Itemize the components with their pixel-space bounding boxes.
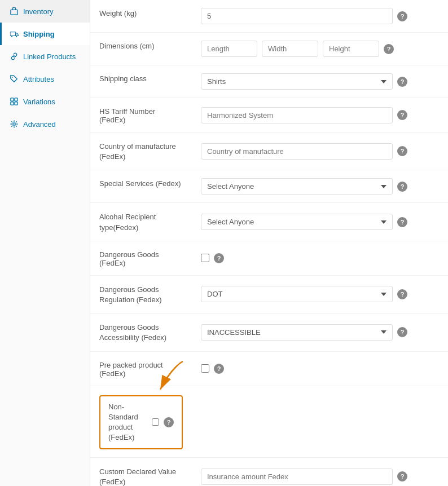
alcohol-help-icon[interactable]: ? xyxy=(397,217,407,227)
special-services-row: Special Services (Fedex) Select Anyone ? xyxy=(90,170,448,203)
country-field-row: ? xyxy=(201,143,439,160)
non-standard-checkbox[interactable] xyxy=(152,418,159,426)
dangerous-goods-field-col: ? xyxy=(192,241,448,275)
shipping-class-row: Shipping class Shirts ? xyxy=(90,65,448,98)
custom-declared-field-col: ? xyxy=(192,458,448,486)
main-content: Weight (kg) ? Dimensions (cm) xyxy=(90,0,448,486)
hs-tariff-label: HS Tariff Number (FedEx) xyxy=(90,98,192,132)
box-icon xyxy=(10,7,19,16)
country-label: Country of manufacture (FedEx) xyxy=(90,132,192,170)
country-help-icon[interactable]: ? xyxy=(397,146,407,156)
shipping-class-field-col: Shirts ? xyxy=(192,65,448,98)
sidebar-item-attributes[interactable]: Attributes xyxy=(0,68,90,90)
svg-point-3 xyxy=(16,36,17,37)
dg-accessibility-select[interactable]: INACCESSIBLE ACCESSIBLE xyxy=(201,324,393,341)
pre-packed-field-col: ? xyxy=(192,351,448,386)
link-icon xyxy=(10,52,19,61)
non-standard-label: Non-Standard product (FedEx) xyxy=(108,402,147,443)
weight-help-icon[interactable]: ? xyxy=(397,11,407,21)
alcohol-label: Alcohal Recipient type(Fedex) xyxy=(90,203,192,241)
dg-accessibility-label: Dangerous Goods Accessibility (Fedex) xyxy=(90,313,192,351)
sidebar-item-variations-label: Variations xyxy=(23,98,55,106)
dangerous-goods-field-row: ? xyxy=(201,253,439,263)
country-row: Country of manufacture (FedEx) ? xyxy=(90,132,448,170)
shipping-class-help-icon[interactable]: ? xyxy=(397,77,407,87)
dimensions-field-row: ? xyxy=(201,41,439,57)
pre-packed-checkbox[interactable] xyxy=(201,364,209,373)
special-services-field-row: Select Anyone ? xyxy=(201,178,439,195)
length-input[interactable] xyxy=(201,41,257,57)
dg-regulation-help-icon[interactable]: ? xyxy=(397,289,407,299)
svg-rect-5 xyxy=(11,98,14,101)
sidebar-item-shipping-label: Shipping xyxy=(23,30,55,38)
shipping-class-select[interactable]: Shirts xyxy=(201,73,393,90)
custom-declared-help-icon[interactable]: ? xyxy=(397,471,407,481)
special-services-label: Special Services (Fedex) xyxy=(90,170,192,203)
dangerous-goods-row: Dangerous Goods (FedEx) ? xyxy=(90,241,448,275)
non-standard-field-col xyxy=(192,386,448,458)
grid-icon xyxy=(10,97,19,106)
country-input[interactable] xyxy=(201,143,393,160)
sidebar-item-shipping[interactable]: Shipping xyxy=(0,23,90,45)
custom-declared-input[interactable] xyxy=(201,469,393,485)
dg-accessibility-field-col: INACCESSIBLE ACCESSIBLE ? xyxy=(192,313,448,351)
custom-declared-label: Custom Declared Value (FedEx) xyxy=(90,458,192,486)
special-services-select[interactable]: Select Anyone xyxy=(201,178,393,195)
pre-packed-field-row: ? xyxy=(201,364,439,374)
alcohol-field-col: Select Anyone ? xyxy=(192,203,448,241)
dg-regulation-label: Dangerous Goods Regulation (Fedex) xyxy=(90,275,192,313)
dimensions-help-icon[interactable]: ? xyxy=(384,44,394,54)
truck-icon xyxy=(10,29,19,38)
alcohol-row: Alcohal Recipient type(Fedex) Select Any… xyxy=(90,203,448,241)
weight-row: Weight (kg) ? xyxy=(90,0,448,33)
svg-rect-6 xyxy=(15,98,17,101)
sidebar-item-attributes-label: Attributes xyxy=(23,75,54,83)
dimensions-label: Dimensions (cm) xyxy=(90,33,192,65)
weight-input[interactable] xyxy=(201,8,393,24)
weight-field-col: ? xyxy=(192,0,448,33)
hs-tariff-row: HS Tariff Number (FedEx) ? xyxy=(90,98,448,132)
hs-tariff-input[interactable] xyxy=(201,107,393,123)
dg-regulation-row: Dangerous Goods Regulation (Fedex) DOT I… xyxy=(90,275,448,313)
sidebar: Inventory Shipping Linked Products Attri… xyxy=(0,0,90,486)
sidebar-item-advanced[interactable]: Advanced xyxy=(0,113,90,135)
sidebar-item-linked-products-label: Linked Products xyxy=(23,52,76,61)
svg-rect-0 xyxy=(11,10,17,15)
dg-accessibility-help-icon[interactable]: ? xyxy=(397,327,407,337)
svg-point-4 xyxy=(12,77,13,78)
svg-point-2 xyxy=(11,36,12,37)
sidebar-item-inventory[interactable]: Inventory xyxy=(0,0,90,23)
dangerous-goods-checkbox[interactable] xyxy=(201,254,209,262)
arrow-container: Non-Standard product (FedEx) ? xyxy=(99,395,183,450)
dimensions-field-col: ? xyxy=(192,33,448,65)
weight-label: Weight (kg) xyxy=(90,0,192,33)
custom-declared-field-row: ? xyxy=(201,469,439,485)
hs-tariff-field-row: ? xyxy=(201,107,439,123)
dimensions-row: Dimensions (cm) ? xyxy=(90,33,448,65)
non-standard-row: Non-Standard product (FedEx) ? xyxy=(90,386,448,458)
width-input[interactable] xyxy=(262,41,318,57)
pre-packed-row: Pre packed product (FedEx) ? xyxy=(90,351,448,386)
alcohol-select[interactable]: Select Anyone xyxy=(201,214,393,230)
svg-point-9 xyxy=(13,123,15,125)
form-table: Weight (kg) ? Dimensions (cm) xyxy=(90,0,448,486)
special-services-field-col: Select Anyone ? xyxy=(192,170,448,203)
shipping-class-field-row: Shirts ? xyxy=(201,73,439,90)
dg-accessibility-field-row: INACCESSIBLE ACCESSIBLE ? xyxy=(201,324,439,341)
non-standard-label-col: Non-Standard product (FedEx) ? xyxy=(90,386,192,458)
pre-packed-help-icon[interactable]: ? xyxy=(214,364,224,374)
gear-icon xyxy=(10,120,19,129)
non-standard-help-icon[interactable]: ? xyxy=(164,417,174,427)
sidebar-item-inventory-label: Inventory xyxy=(23,7,53,16)
dg-regulation-field-row: DOT IATA ? xyxy=(201,286,439,302)
dg-regulation-field-col: DOT IATA ? xyxy=(192,275,448,313)
country-field-col: ? xyxy=(192,132,448,170)
sidebar-item-linked-products[interactable]: Linked Products xyxy=(0,45,90,68)
height-input[interactable] xyxy=(323,41,379,57)
special-services-help-icon[interactable]: ? xyxy=(397,182,407,192)
sidebar-item-variations[interactable]: Variations xyxy=(0,90,90,113)
dg-regulation-select[interactable]: DOT IATA xyxy=(201,286,393,302)
hs-tariff-help-icon[interactable]: ? xyxy=(397,110,407,120)
pre-packed-label: Pre packed product (FedEx) xyxy=(90,351,192,386)
dangerous-goods-help-icon[interactable]: ? xyxy=(214,253,224,263)
